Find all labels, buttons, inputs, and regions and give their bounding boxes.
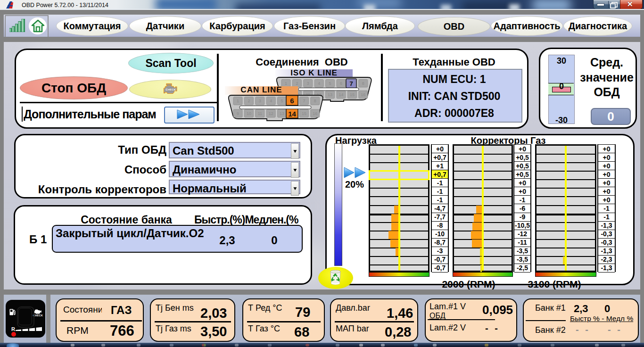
svg-text:15: 15 <box>302 111 306 116</box>
svg-text:7: 7 <box>349 80 353 87</box>
svg-text:8: 8 <box>362 81 364 86</box>
svg-text:7: 7 <box>303 99 305 103</box>
svg-text:2: 2 <box>248 99 250 103</box>
svg-text:16: 16 <box>361 92 365 97</box>
svg-text:14: 14 <box>339 92 343 97</box>
svg-text:1: 1 <box>237 99 239 103</box>
svg-text:6: 6 <box>290 97 294 105</box>
svg-text:5: 5 <box>329 81 331 86</box>
svg-text:3: 3 <box>259 99 261 103</box>
svg-text:8: 8 <box>314 99 316 103</box>
svg-text:5: 5 <box>281 99 283 103</box>
svg-text:13: 13 <box>328 92 332 97</box>
svg-text:10: 10 <box>247 111 251 116</box>
svg-text:6: 6 <box>340 81 342 86</box>
svg-text:9: 9 <box>237 111 239 116</box>
svg-text:4: 4 <box>318 81 320 86</box>
svg-text:11: 11 <box>258 111 262 116</box>
svg-text:15: 15 <box>350 92 355 97</box>
svg-text:13: 13 <box>280 111 284 116</box>
svg-text:3: 3 <box>307 81 309 86</box>
svg-text:12: 12 <box>269 111 273 116</box>
svg-text:16: 16 <box>313 111 317 116</box>
svg-text:CHECK: CHECK <box>165 88 176 91</box>
svg-text:4: 4 <box>270 99 272 103</box>
svg-text:14: 14 <box>288 110 296 118</box>
